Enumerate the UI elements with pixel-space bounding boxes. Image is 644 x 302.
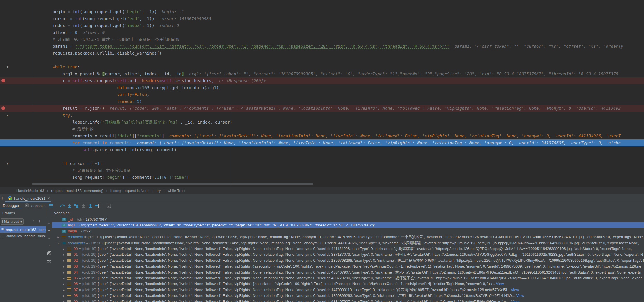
view-link[interactable]: View xyxy=(496,282,504,286)
chevron-collapsed-icon[interactable]: ▸ xyxy=(62,263,66,269)
run-to-cursor-icon[interactable] xyxy=(94,203,101,209)
show-watches-glasses-icon[interactable] xyxy=(46,258,52,264)
fold-chevron-icon[interactable]: ▾ xyxy=(5,161,9,166)
code-line[interactable]: logger.info('开始抓取[%s]第[%s]页最新评论-[%s]', _… xyxy=(0,119,644,126)
chevron-collapsed-icon[interactable]: ▸ xyxy=(62,270,66,275)
variable-row[interactable]: 01begin = {int} -1 xyxy=(52,228,644,234)
layout-menu-icon[interactable] xyxy=(47,203,54,209)
variable-value: {'user': {'avatarDetail': None, 'locatio… xyxy=(98,270,641,274)
step-into-icon[interactable] xyxy=(66,203,73,209)
code-line[interactable]: comments = result["data"]["comments"] co… xyxy=(0,132,644,139)
chevron-collapsed-icon[interactable]: ▸ xyxy=(62,258,66,263)
code-line[interactable]: index = int(song_request.get('index', 1)… xyxy=(0,22,644,29)
chevron-collapsed-icon[interactable]: ▸ xyxy=(62,287,66,293)
next-frame-icon[interactable]: ↓ xyxy=(39,219,41,223)
frame-row[interactable]: request_music163_comme xyxy=(0,226,46,233)
code-token: 1 xyxy=(157,175,159,180)
variable-value: {'user': {'avatarDetail': None, 'locatio… xyxy=(98,258,644,263)
variable-row[interactable]: ▸03 = {dict: 19} {'user': {'avatarDetail… xyxy=(52,263,644,269)
variable-row[interactable]: ▾comments = {list: 20} [{'user': {'avata… xyxy=(52,240,644,246)
variable-row[interactable]: ▸07 = {dict: 19} {'user': {'avatarDetail… xyxy=(52,287,644,293)
code-token: verify xyxy=(117,92,132,97)
code-line[interactable]: verify=False, xyxy=(0,91,644,98)
breadcrumb-item[interactable]: while True xyxy=(166,188,186,193)
code-line[interactable]: begin = int(song_request.get('begin', -1… xyxy=(0,8,644,15)
horizontal-scrollbar[interactable] xyxy=(32,183,313,185)
code-line[interactable]: # 时间戳，第一页默认-1 请求下一页时取上一页最后一条评论时间戳 xyxy=(0,36,644,43)
step-out-icon[interactable] xyxy=(87,203,94,209)
code-line[interactable]: self.parse_comment_info(song, comment) xyxy=(0,146,644,153)
view-link[interactable]: View xyxy=(511,288,519,292)
code-token: """{"csrf_token": "", "cursor": "%s", "o… xyxy=(75,44,450,49)
close-icon[interactable]: × xyxy=(47,196,50,201)
view-link[interactable]: View xyxy=(511,299,520,302)
step-over-icon[interactable] xyxy=(59,203,66,209)
chevron-collapsed-icon[interactable]: ▸ xyxy=(62,252,66,257)
breadcrumb-item[interactable]: HandleMusic163 xyxy=(15,188,45,193)
variable-row[interactable]: ▸comment = {dict: 19} {'user': {'avatarD… xyxy=(52,234,644,240)
chevron-collapsed-icon[interactable]: ▸ xyxy=(62,299,66,302)
tab-debugger[interactable]: Debugger xyxy=(0,202,22,209)
view-link[interactable]: View xyxy=(516,293,524,298)
variable-row[interactable]: 01_id = {str} '1807537867' xyxy=(52,217,644,222)
previous-frame-icon[interactable]: ↑ xyxy=(32,219,34,223)
code-line[interactable]: for comment in comments: comment: {'user… xyxy=(0,139,644,146)
fold-chevron-icon[interactable]: ▾ xyxy=(5,65,9,69)
chevron-expanded-icon[interactable]: ▾ xyxy=(56,240,60,246)
move-up-icon[interactable]: ▲ xyxy=(46,234,52,241)
breadcrumb-item[interactable]: request_music163_comments() xyxy=(50,188,105,193)
breadcrumb-item[interactable]: try xyxy=(156,188,162,193)
variable-row[interactable]: ▸06 = {dict: 19} {'user': {'avatarDetail… xyxy=(52,281,644,287)
chevron-collapsed-icon[interactable]: ▸ xyxy=(62,275,66,281)
fold-chevron-icon[interactable]: ▾ xyxy=(5,113,9,117)
code-token: .session.headers, xyxy=(172,78,214,83)
code-line[interactable]: if cursor == -1: xyxy=(0,160,644,167)
breakpoint-dot[interactable] xyxy=(1,106,5,110)
code-line[interactable]: cursor = int(song_request.get('end', -1)… xyxy=(0,15,644,22)
code-line[interactable]: timeout=5) xyxy=(0,98,644,105)
thread-selector[interactable]: Mai...read ▾ xyxy=(1,218,24,225)
debug-session-tab[interactable]: handle_music1631 × xyxy=(5,194,53,202)
duplicate-watch-icon[interactable] xyxy=(46,250,52,256)
code-line[interactable]: r = self.session.post(self.url, headers=… xyxy=(0,77,644,84)
chevron-collapsed-icon[interactable]: ▸ xyxy=(62,246,66,252)
remove-watch-icon[interactable]: − xyxy=(46,227,52,233)
variable-row[interactable]: ▸09 = {dict: 19} {'user': {'avatarDetail… xyxy=(52,299,644,302)
variable-row[interactable]: ▸02 = {dict: 19} {'user': {'avatarDetail… xyxy=(52,258,644,263)
code-line[interactable]: song_request['begin'] = comments[:1][0][… xyxy=(0,174,644,181)
code-line[interactable]: arg1 = param1 % (cursor, offset, index, … xyxy=(0,70,644,77)
code-line[interactable]: data=music163_encrypt.get_form_data(arg1… xyxy=(0,84,644,91)
code-editor[interactable]: begin = int(song_request.get('begin', -1… xyxy=(0,0,644,187)
breadcrumb-item[interactable]: if song_request is None xyxy=(109,188,151,193)
variable-value: '{"csrf_token": "", "cursor": "161007999… xyxy=(87,223,375,227)
code-line[interactable]: offset = 0 offset: 0 xyxy=(0,29,644,36)
code-line[interactable]: requests.packages.urllib3.disable_warnin… xyxy=(0,50,644,57)
chevron-collapsed-icon[interactable]: ▸ xyxy=(56,234,60,240)
tab-console[interactable]: Console xyxy=(22,202,47,209)
variable-row[interactable]: ▸00 = {dict: 19} {'user': {'avatarDetail… xyxy=(52,246,644,252)
code-line[interactable]: param1 = """{"csrf_token": "", "cursor":… xyxy=(0,43,644,50)
code-line[interactable]: while True: xyxy=(0,64,644,70)
variable-row[interactable]: ▸04 = {dict: 19} {'user': {'avatarDetail… xyxy=(52,270,644,275)
add-watch-icon[interactable]: + xyxy=(46,220,52,226)
step-into-my-code-icon[interactable] xyxy=(73,203,80,209)
force-step-into-icon-disabled xyxy=(80,203,87,209)
code-line[interactable]: # 最新评论 xyxy=(0,126,644,132)
variable-name: comment xyxy=(68,235,83,239)
code-line[interactable]: # 记录最新时间，方便后续增量 xyxy=(0,167,644,174)
breakpoint-dot[interactable] xyxy=(1,79,5,82)
variable-row[interactable]: ▸05 = {dict: 19} {'user': {'avatarDetail… xyxy=(52,275,644,281)
code-line[interactable]: try: xyxy=(0,112,644,119)
variable-row[interactable]: ▸01 = {dict: 19} {'user': {'avatarDetail… xyxy=(52,252,644,257)
variable-row[interactable]: 01arg1 = {str} '{"csrf_token": "", "curs… xyxy=(52,222,644,228)
dict-icon xyxy=(67,247,71,251)
chevron-collapsed-icon[interactable]: ▸ xyxy=(62,293,66,299)
debugger-toolbar: Debugger Console xyxy=(0,202,644,209)
variable-type: {dict: 19} xyxy=(82,264,97,268)
chevron-collapsed-icon[interactable]: ▸ xyxy=(62,281,66,287)
evaluate-expression-icon[interactable] xyxy=(106,203,112,209)
variable-row[interactable]: ▸08 = {dict: 19} {'user': {'avatarDetail… xyxy=(52,293,644,299)
frame-row[interactable]: <module>, handle_music1 xyxy=(0,233,46,239)
move-down-icon[interactable]: ▼ xyxy=(46,242,52,248)
code-line[interactable]: result = r.json() result: {'code': 200, … xyxy=(0,105,644,112)
